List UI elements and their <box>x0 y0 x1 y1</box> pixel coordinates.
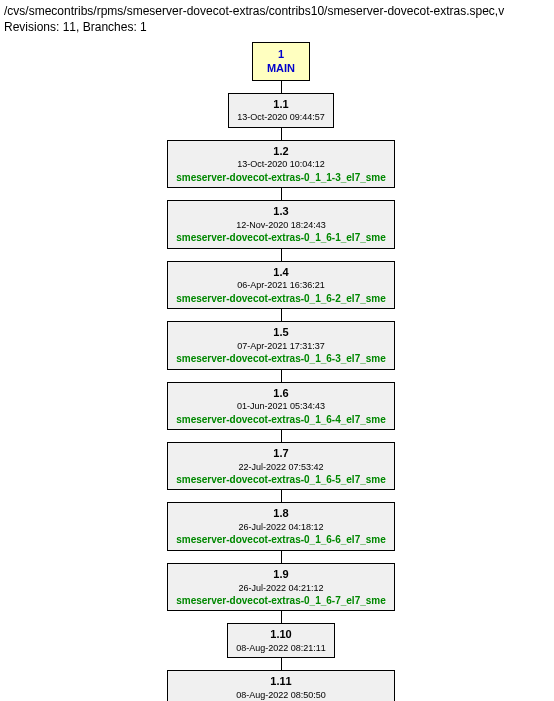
revision-date: 08-Aug-2022 08:50:50 <box>176 689 386 701</box>
revision-date: 01-Jun-2021 05:34:43 <box>176 400 386 412</box>
revision-box[interactable]: 1.2 13-Oct-2020 10:04:12 smeserver-dovec… <box>167 140 395 188</box>
revision-box[interactable]: 1.8 26-Jul-2022 04:18:12 smeserver-dovec… <box>167 502 395 550</box>
revision-tag: smeserver-dovecot-extras-0_1_6-3_el7_sme <box>176 352 386 366</box>
revision-box[interactable]: 1.3 12-Nov-2020 18:24:43 smeserver-dovec… <box>167 200 395 248</box>
revision-number: 1.2 <box>176 144 386 159</box>
revision-box[interactable]: 1.5 07-Apr-2021 17:31:37 smeserver-dovec… <box>167 321 395 369</box>
revision-tag: smeserver-dovecot-extras-0_1_6-2_el7_sme <box>176 292 386 306</box>
file-path: /cvs/smecontribs/rpms/smeserver-dovecot-… <box>4 4 554 18</box>
revision-tag: smeserver-dovecot-extras-0_1_6-1_el7_sme <box>176 231 386 245</box>
connector <box>281 658 282 670</box>
connector <box>281 490 282 502</box>
revision-number: 1.9 <box>176 567 386 582</box>
revision-number: 1.8 <box>176 506 386 521</box>
revision-box[interactable]: 1.11 08-Aug-2022 08:50:50 smeserver-dove… <box>167 670 395 701</box>
revision-date: 08-Aug-2022 08:21:11 <box>236 642 326 654</box>
revision-box[interactable]: 1.10 08-Aug-2022 08:21:11 <box>227 623 335 658</box>
revision-tag: smeserver-dovecot-extras-0_1_6-6_el7_sme <box>176 533 386 547</box>
revision-box[interactable]: 1.4 06-Apr-2021 16:36:21 smeserver-dovec… <box>167 261 395 309</box>
revision-date: 12-Nov-2020 18:24:43 <box>176 219 386 231</box>
connector <box>281 370 282 382</box>
revision-number: 1.6 <box>176 386 386 401</box>
revision-tag: smeserver-dovecot-extras-0_1_6-5_el7_sme <box>176 473 386 487</box>
revision-date: 06-Apr-2021 16:36:21 <box>176 279 386 291</box>
revision-info: Revisions: 11, Branches: 1 <box>4 20 554 34</box>
connector <box>281 249 282 261</box>
revision-date: 26-Jul-2022 04:18:12 <box>176 521 386 533</box>
connector <box>281 81 282 93</box>
revision-number: 1.4 <box>176 265 386 280</box>
revision-number: 1.5 <box>176 325 386 340</box>
revision-tree: 1 MAIN 1.1 13-Oct-2020 09:44:57 1.2 13-O… <box>4 42 554 701</box>
revision-date: 13-Oct-2020 10:04:12 <box>176 158 386 170</box>
revision-date: 26-Jul-2022 04:21:12 <box>176 582 386 594</box>
connector <box>281 430 282 442</box>
revision-number: 1.7 <box>176 446 386 461</box>
revision-number: 1.3 <box>176 204 386 219</box>
revision-box[interactable]: 1.9 26-Jul-2022 04:21:12 smeserver-dovec… <box>167 563 395 611</box>
connector <box>281 188 282 200</box>
connector <box>281 309 282 321</box>
connector <box>281 611 282 623</box>
connector <box>281 128 282 140</box>
branch-box[interactable]: 1 MAIN <box>252 42 310 81</box>
revision-tag: smeserver-dovecot-extras-0_1_6-4_el7_sme <box>176 413 386 427</box>
revision-box[interactable]: 1.7 22-Jul-2022 07:53:42 smeserver-dovec… <box>167 442 395 490</box>
revision-date: 13-Oct-2020 09:44:57 <box>237 111 325 123</box>
revision-box[interactable]: 1.1 13-Oct-2020 09:44:57 <box>228 93 334 128</box>
revision-number: 1.10 <box>236 627 326 642</box>
revision-box[interactable]: 1.6 01-Jun-2021 05:34:43 smeserver-dovec… <box>167 382 395 430</box>
branch-number: 1 <box>267 47 295 61</box>
revision-number: 1.11 <box>176 674 386 689</box>
revision-tag: smeserver-dovecot-extras-0_1_6-7_el7_sme <box>176 594 386 608</box>
branch-name: MAIN <box>267 61 295 75</box>
revision-tag: smeserver-dovecot-extras-0_1_1-3_el7_sme <box>176 171 386 185</box>
revision-number: 1.1 <box>237 97 325 112</box>
revision-date: 07-Apr-2021 17:31:37 <box>176 340 386 352</box>
connector <box>281 551 282 563</box>
revision-date: 22-Jul-2022 07:53:42 <box>176 461 386 473</box>
